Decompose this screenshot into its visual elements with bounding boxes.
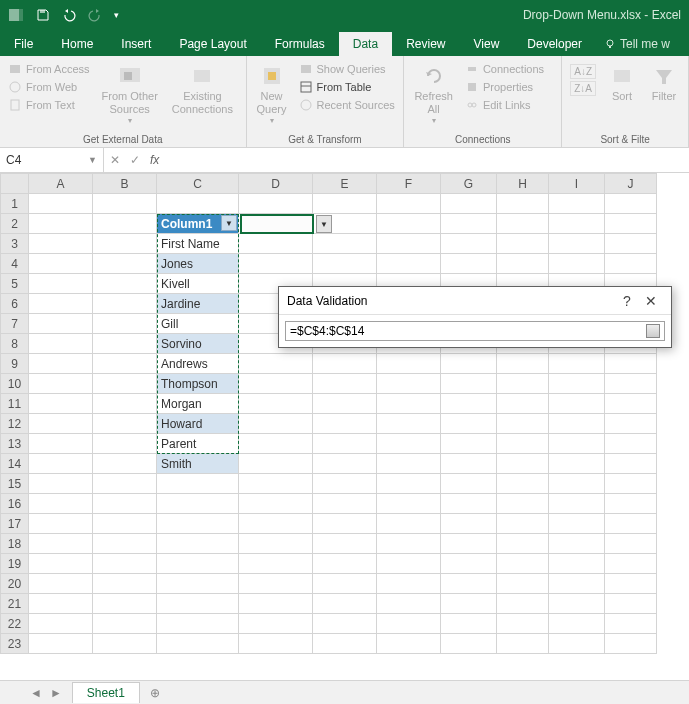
cell-A14[interactable] <box>29 454 93 474</box>
cell-E19[interactable] <box>313 554 377 574</box>
col-header-G[interactable]: G <box>441 174 497 194</box>
cell-C14[interactable]: Smith <box>157 454 239 474</box>
cell-I20[interactable] <box>549 574 605 594</box>
cell-F16[interactable] <box>377 494 441 514</box>
recent-sources-button[interactable]: Recent Sources <box>297 96 397 114</box>
row-header-9[interactable]: 9 <box>1 354 29 374</box>
cell-F9[interactable] <box>377 354 441 374</box>
cell-G11[interactable] <box>441 394 497 414</box>
cell-F2[interactable] <box>377 214 441 234</box>
cell-C10[interactable]: Thompson <box>157 374 239 394</box>
cell-C3[interactable]: First Name <box>157 234 239 254</box>
cell-J19[interactable] <box>605 554 657 574</box>
cell-E1[interactable] <box>313 194 377 214</box>
cell-J15[interactable] <box>605 474 657 494</box>
cell-H1[interactable] <box>497 194 549 214</box>
cell-A4[interactable] <box>29 254 93 274</box>
row-header-15[interactable]: 15 <box>1 474 29 494</box>
row-header-3[interactable]: 3 <box>1 234 29 254</box>
cell-A2[interactable] <box>29 214 93 234</box>
undo-icon[interactable] <box>62 8 76 22</box>
sheet-nav-next-icon[interactable]: ► <box>50 686 62 700</box>
cell-B4[interactable] <box>93 254 157 274</box>
cell-D17[interactable] <box>239 514 313 534</box>
col-header-A[interactable]: A <box>29 174 93 194</box>
cell-E4[interactable] <box>313 254 377 274</box>
cell-D10[interactable] <box>239 374 313 394</box>
cell-J4[interactable] <box>605 254 657 274</box>
from-web-button[interactable]: From Web <box>6 78 92 96</box>
col-header-H[interactable]: H <box>497 174 549 194</box>
cell-D3[interactable] <box>239 234 313 254</box>
cell-J23[interactable] <box>605 634 657 654</box>
cell-H23[interactable] <box>497 634 549 654</box>
filter-button[interactable]: Filter <box>646 60 682 132</box>
cell-A8[interactable] <box>29 334 93 354</box>
cell-E15[interactable] <box>313 474 377 494</box>
cell-A20[interactable] <box>29 574 93 594</box>
row-header-17[interactable]: 17 <box>1 514 29 534</box>
cell-G19[interactable] <box>441 554 497 574</box>
cell-D20[interactable] <box>239 574 313 594</box>
cell-J22[interactable] <box>605 614 657 634</box>
cell-G3[interactable] <box>441 234 497 254</box>
cell-D23[interactable] <box>239 634 313 654</box>
qat-customize-icon[interactable]: ▾ <box>114 10 119 20</box>
cell-E10[interactable] <box>313 374 377 394</box>
row-header-14[interactable]: 14 <box>1 454 29 474</box>
cell-I19[interactable] <box>549 554 605 574</box>
cell-J20[interactable] <box>605 574 657 594</box>
cell-B9[interactable] <box>93 354 157 374</box>
cell-F12[interactable] <box>377 414 441 434</box>
cell-A7[interactable] <box>29 314 93 334</box>
cell-E14[interactable] <box>313 454 377 474</box>
cell-E21[interactable] <box>313 594 377 614</box>
cell-D4[interactable] <box>239 254 313 274</box>
cell-C13[interactable]: Parent <box>157 434 239 454</box>
row-header-21[interactable]: 21 <box>1 594 29 614</box>
cell-H11[interactable] <box>497 394 549 414</box>
cell-J2[interactable] <box>605 214 657 234</box>
cell-G1[interactable] <box>441 194 497 214</box>
accept-formula-icon[interactable]: ✓ <box>130 153 140 167</box>
cell-J3[interactable] <box>605 234 657 254</box>
cell-D2[interactable] <box>239 214 313 234</box>
cell-A23[interactable] <box>29 634 93 654</box>
cell-D22[interactable] <box>239 614 313 634</box>
cell-I10[interactable] <box>549 374 605 394</box>
cell-G23[interactable] <box>441 634 497 654</box>
cell-H9[interactable] <box>497 354 549 374</box>
cell-I4[interactable] <box>549 254 605 274</box>
save-icon[interactable] <box>36 8 50 22</box>
range-picker-icon[interactable] <box>646 324 660 338</box>
cell-C5[interactable]: Kivell <box>157 274 239 294</box>
cell-F20[interactable] <box>377 574 441 594</box>
tab-pagelayout[interactable]: Page Layout <box>165 32 260 56</box>
cell-B18[interactable] <box>93 534 157 554</box>
sheet-nav-prev-icon[interactable]: ◄ <box>30 686 42 700</box>
cell-F15[interactable] <box>377 474 441 494</box>
cell-C19[interactable] <box>157 554 239 574</box>
tab-developer[interactable]: Developer <box>513 32 596 56</box>
cell-H12[interactable] <box>497 414 549 434</box>
row-header-4[interactable]: 4 <box>1 254 29 274</box>
cell-B2[interactable] <box>93 214 157 234</box>
cell-A22[interactable] <box>29 614 93 634</box>
existing-connections-button[interactable]: Existing Connections <box>168 60 237 132</box>
cell-G14[interactable] <box>441 454 497 474</box>
cell-H2[interactable] <box>497 214 549 234</box>
tab-insert[interactable]: Insert <box>107 32 165 56</box>
row-header-12[interactable]: 12 <box>1 414 29 434</box>
cell-A15[interactable] <box>29 474 93 494</box>
cell-B6[interactable] <box>93 294 157 314</box>
tab-formulas[interactable]: Formulas <box>261 32 339 56</box>
cell-F10[interactable] <box>377 374 441 394</box>
cell-C17[interactable] <box>157 514 239 534</box>
cell-F11[interactable] <box>377 394 441 414</box>
cell-G10[interactable] <box>441 374 497 394</box>
edit-links-button[interactable]: Edit Links <box>463 96 546 114</box>
cell-I12[interactable] <box>549 414 605 434</box>
cell-E13[interactable] <box>313 434 377 454</box>
cell-G22[interactable] <box>441 614 497 634</box>
properties-button[interactable]: Properties <box>463 78 546 96</box>
